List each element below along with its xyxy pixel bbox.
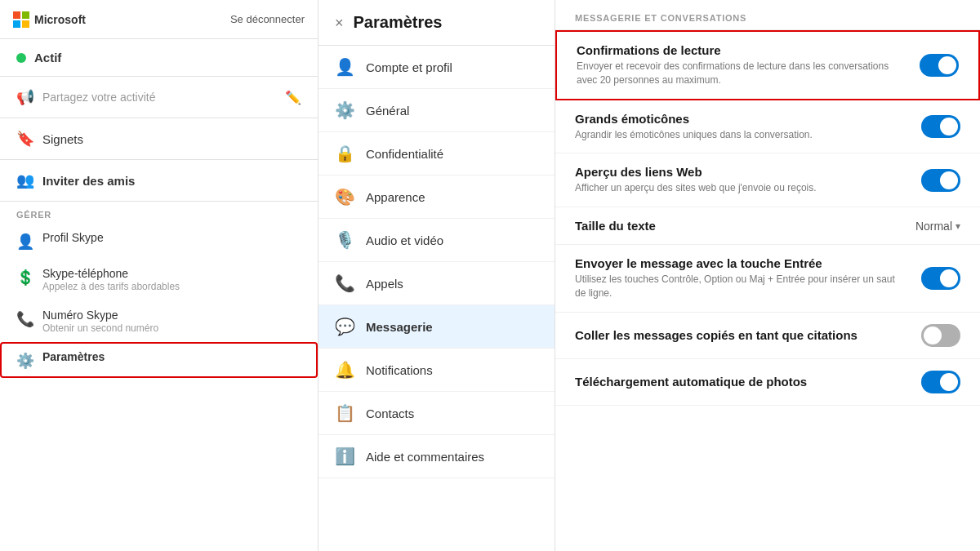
coller-citations-toggle[interactable] [921,324,960,347]
manage-section-label: GÉRER [0,202,318,223]
invite-icon: 👥 [16,171,34,189]
ms-logo-grid [13,11,29,28]
parametres-title: Paramètres [42,350,105,363]
status-row[interactable]: Actif [0,39,318,77]
confirmations-lecture-description: Envoyer et recevoir des confirmations de… [577,60,903,87]
compte-icon: 👤 [335,57,354,77]
taille-texte-label: Taille du texte [575,219,656,233]
telechargement-photos-toggle[interactable] [921,371,960,393]
disconnect-button[interactable]: Se déconnecter [230,13,305,25]
status-dot [16,53,26,63]
edit-icon[interactable]: ✏️ [285,90,301,105]
setting-telechargement-photos: Téléchargement automatique de photos [555,359,980,406]
parametres-icon: ⚙️ [16,352,34,370]
messagerie-label: Messagerie [366,320,433,334]
right-section-title: MESSAGERIE ET CONVERSATIONS [555,0,980,30]
settings-nav-compte[interactable]: 👤Compte et profil [318,46,555,89]
middle-panel: × Paramètres 👤Compte et profil⚙️Général🔒… [318,0,555,551]
confidentialite-icon: 🔒 [335,144,354,163]
middle-header: × Paramètres [318,0,555,46]
settings-nav-apparence[interactable]: 🎨Apparence [318,176,555,219]
apercu-liens-title: Aperçu des liens Web [575,165,817,179]
settings-nav-contacts[interactable]: 📋Contacts [318,392,555,435]
confirmations-lecture-title: Confirmations de lecture [577,43,903,57]
contacts-icon: 📋 [335,403,354,423]
left-sidebar: Microsoft Se déconnecter Actif 📢 Partage… [0,0,318,551]
messagerie-icon: 💬 [335,317,354,336]
panel-title: Paramètres [354,13,443,32]
menu-item-skype-number[interactable]: 📞 Numéro Skype Obtenir un second numéro [0,300,318,342]
menu-item-parametres[interactable]: ⚙️ Paramètres [0,342,318,378]
bookmark-icon: 🔖 [16,130,34,148]
taille-texte-value[interactable]: Normal ▾ [915,220,960,233]
ms-label: Microsoft [34,13,86,26]
appels-label: Appels [366,277,403,291]
telechargement-photos-title: Téléchargement automatique de photos [575,375,807,389]
chevron-down-icon: ▾ [956,220,960,232]
settings-nav-messagerie[interactable]: 💬Messagerie [318,305,555,349]
setting-envoyer-entree: Envoyer le message avec la touche Entrée… [555,245,980,313]
profil-icon: 👤 [16,233,34,251]
confirmations-lecture-toggle[interactable] [920,54,959,77]
bell-icon: 📢 [16,88,34,106]
activity-placeholder: Partagez votre activité [42,91,156,104]
audio-label: Audio et vidéo [366,233,443,247]
grands-emoticones-toggle[interactable] [921,115,960,138]
confidentialite-label: Confidentialité [366,147,443,161]
top-bar: Microsoft Se déconnecter [0,0,318,39]
grands-emoticones-title: Grands émoticônes [575,112,813,126]
activity-row[interactable]: 📢 Partagez votre activité ✏️ [0,77,318,118]
setting-apercu-liens: Aperçu des liens WebAfficher un aperçu d… [555,153,980,207]
skype-phone-icon: 💲 [16,269,34,287]
appels-icon: 📞 [335,273,354,293]
skype-number-subtitle: Obtenir un second numéro [42,322,158,334]
setting-grands-emoticones: Grands émoticônesAgrandir les émoticônes… [555,100,980,154]
apparence-icon: 🎨 [335,187,354,207]
aide-icon: ℹ️ [335,447,354,466]
compte-label: Compte et profil [366,60,452,74]
skype-phone-subtitle: Appelez à des tarifs abordables [42,281,180,292]
settings-nav-confidentialite[interactable]: 🔒Confidentialité [318,132,555,176]
profil-title: Profil Skype [42,231,104,244]
setting-taille-texte: Taille du texteNormal ▾ [555,207,980,245]
bookmarks-label: Signets [42,132,83,146]
skype-phone-title: Skype-téléphone [42,267,180,280]
skype-number-title: Numéro Skype [42,309,158,322]
status-label: Actif [34,51,61,64]
notifications-label: Notifications [366,363,433,377]
apercu-liens-toggle[interactable] [921,169,960,192]
notifications-icon: 🔔 [335,360,354,380]
envoyer-entree-description: Utilisez les touches Contrôle, Option ou… [575,273,902,300]
close-button[interactable]: × [335,16,344,30]
microsoft-logo: Microsoft [13,11,86,28]
audio-icon: 🎙️ [335,230,354,250]
settings-nav-general[interactable]: ⚙️Général [318,89,555,132]
setting-confirmations-lecture: Confirmations de lectureEnvoyer et recev… [555,30,980,100]
envoyer-entree-title: Envoyer le message avec la touche Entrée [575,256,902,270]
right-panel: MESSAGERIE ET CONVERSATIONS Confirmation… [555,0,980,551]
general-icon: ⚙️ [335,100,354,120]
settings-nav-aide[interactable]: ℹ️Aide et commentaires [318,435,555,478]
contacts-label: Contacts [366,407,414,420]
bookmarks-row[interactable]: 🔖 Signets [0,118,318,160]
settings-nav-audio[interactable]: 🎙️Audio et vidéo [318,219,555,262]
aide-label: Aide et commentaires [366,450,484,464]
invite-row[interactable]: 👥 Inviter des amis [0,160,318,202]
menu-item-skype-phone[interactable]: 💲 Skype-téléphone Appelez à des tarifs a… [0,259,318,300]
coller-citations-title: Coller les messages copiés en tant que c… [575,328,858,342]
settings-nav: 👤Compte et profil⚙️Général🔒Confidentiali… [318,46,555,478]
apparence-label: Apparence [366,190,425,204]
apercu-liens-description: Afficher un aperçu des sites web que j'e… [575,181,817,195]
grands-emoticones-description: Agrandir les émoticônes uniques dans la … [575,128,813,142]
envoyer-entree-toggle[interactable] [921,267,960,290]
menu-item-profil[interactable]: 👤 Profil Skype [0,223,318,259]
setting-coller-citations: Coller les messages copiés en tant que c… [555,313,980,359]
settings-nav-appels[interactable]: 📞Appels [318,262,555,305]
settings-nav-notifications[interactable]: 🔔Notifications [318,349,555,392]
skype-number-icon: 📞 [16,310,34,328]
invite-label: Inviter des amis [42,174,135,188]
general-label: Général [366,104,409,118]
